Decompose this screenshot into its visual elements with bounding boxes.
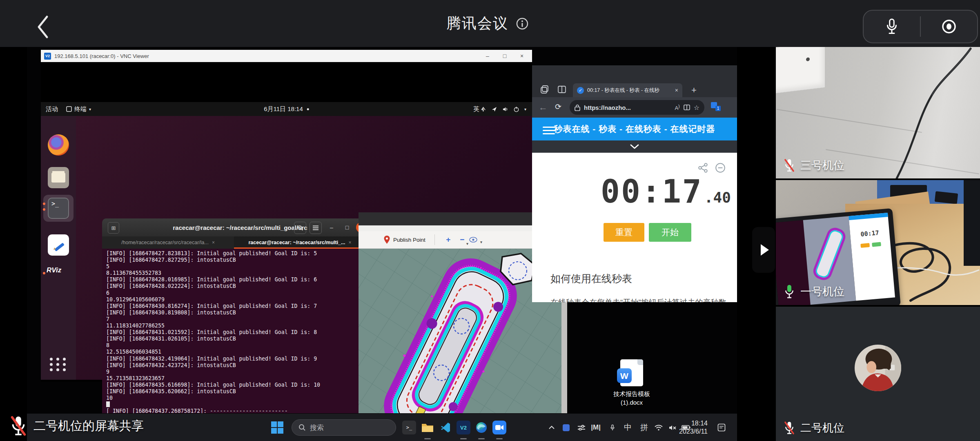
tray-settings-icon[interactable]	[578, 414, 585, 441]
screen-share-label: 二号机位的屏幕共享	[9, 415, 144, 437]
stopwatch-tools	[698, 163, 726, 173]
share-icon[interactable]	[698, 163, 708, 173]
tab-close-icon[interactable]: ×	[212, 240, 215, 245]
show-applications-icon[interactable]	[50, 358, 67, 371]
mini-stopwatch: 00:17	[849, 213, 895, 301]
terminal-search-button[interactable]	[294, 222, 306, 234]
terminal-titlebar[interactable]: racecar@racecar: ~/racecar/src/multi_goa…	[102, 218, 378, 236]
record-button[interactable]	[921, 11, 977, 42]
vnc-logo-icon: V2	[44, 53, 51, 60]
activities-button[interactable]: 活动	[46, 102, 58, 116]
participant-label: 三号机位	[783, 158, 844, 173]
back-button[interactable]: ←	[539, 102, 548, 113]
participant-name: 一号机位	[800, 284, 844, 299]
collapse-strip[interactable]	[532, 140, 737, 153]
workspaces-icon[interactable]	[540, 85, 549, 94]
reset-button[interactable]: 重置	[604, 223, 644, 242]
ime-mode-indicator[interactable]: 拼	[640, 414, 648, 441]
app-menu[interactable]: 终端▾	[66, 102, 91, 116]
ubuntu-clock[interactable]: 6月11日 18:14	[264, 102, 309, 116]
start-button[interactable]	[271, 421, 283, 434]
site-title: 秒表在线 - 秒表 - 在线秒表 - 在线记时器	[554, 123, 715, 135]
system-tray-ubuntu[interactable]: ▾	[480, 102, 526, 116]
stopwatch-time: 00:17	[601, 173, 703, 210]
files-icon[interactable]	[48, 167, 69, 188]
new-tab-button[interactable]: +	[691, 85, 697, 96]
new-tab-icon[interactable]: ⊞	[108, 222, 119, 234]
taskbar-search[interactable]: 搜索	[292, 419, 396, 436]
back-icon[interactable]	[35, 14, 52, 40]
taskbar-edge-icon[interactable]	[474, 421, 488, 434]
read-aloud-icon[interactable]: A)	[675, 104, 679, 111]
vnc-minimize-button[interactable]: –	[481, 53, 494, 59]
participant-label: 一号机位	[783, 284, 844, 299]
tray-expand-icon[interactable]	[548, 414, 555, 441]
terminal-menu-button[interactable]	[310, 222, 322, 234]
vscode-icon	[440, 422, 451, 433]
mic-button[interactable]	[864, 11, 920, 42]
taskbar-vscode-icon[interactable]	[439, 421, 452, 434]
running-indicator	[43, 208, 45, 211]
terminal-maximize-button[interactable]: □	[341, 222, 353, 233]
taskbar-meeting-icon[interactable]	[492, 421, 506, 434]
notification-dot	[307, 108, 309, 110]
reload-button[interactable]: ⟳	[555, 102, 561, 111]
tab-close-icon[interactable]: ×	[675, 87, 678, 94]
terminal-output[interactable]: [INFO] [1686478427.823813]: Initial goal…	[102, 249, 378, 441]
stopwatch-page: 00:17 .40 重置 开始 如何使用在线秒表 在线秒表会在您单击“开始”按钮…	[532, 153, 737, 302]
vnc-maximize-button[interactable]: □	[498, 53, 512, 59]
stopwatch-display: 00:17 .40	[601, 173, 731, 210]
terminal-tab-1[interactable]: /home/racecar/racecar/src/racecar/la...×	[102, 236, 234, 249]
taskbar-terminal-icon[interactable]: >_	[402, 421, 416, 434]
reading-mode-icon[interactable]	[684, 105, 690, 110]
browser-tab-active[interactable]: ✓ 00:17 - 秒表在线 - 秒表 - 在线秒 ×	[573, 83, 682, 97]
minimize-circle-icon[interactable]	[715, 163, 726, 173]
lock-icon	[575, 104, 580, 111]
publish-point-button[interactable]: Publish Point	[393, 237, 425, 243]
participant-name: 三号机位	[800, 158, 844, 173]
start-button[interactable]: 开始	[649, 223, 691, 242]
desktop-doc-icon[interactable]: W 技术报告模板 (1).docx	[609, 359, 654, 407]
sidebar-expand-button[interactable]	[752, 227, 775, 273]
pencil-icon	[52, 239, 65, 251]
zoom-in-button[interactable]: +	[441, 235, 455, 244]
meeting-title-wrap: 腾讯会议	[446, 0, 529, 47]
taskbar-explorer-icon[interactable]	[421, 421, 434, 434]
taskbar-vnc-icon[interactable]: V2	[457, 421, 470, 434]
terminal-icon[interactable]: >_	[48, 198, 69, 219]
participant-label: 二号机位	[783, 421, 844, 435]
zoom-out-button[interactable]: −▾	[455, 235, 469, 244]
url-text: https://naozho...	[584, 104, 671, 111]
menu-icon[interactable]	[543, 125, 555, 136]
rviz-dock-icon[interactable]: RViz	[47, 266, 61, 274]
text-editor-icon[interactable]	[48, 234, 69, 256]
firefox-icon[interactable]	[48, 134, 69, 156]
terminal-minimize-button[interactable]: –	[326, 222, 337, 233]
view-button[interactable]: ▾	[469, 237, 483, 243]
tab-close-icon[interactable]: ×	[349, 240, 352, 245]
meeting-window: 腾讯会议	[0, 0, 980, 441]
collections-badge: 1	[715, 106, 721, 111]
video-tile-cam1[interactable]: 00:17 一号机位	[776, 180, 980, 305]
split-tab-icon[interactable]	[557, 85, 566, 94]
action-center-icon[interactable]	[717, 414, 726, 441]
info-icon[interactable]	[516, 17, 529, 30]
video-tile-cam3[interactable]: 三号机位	[776, 47, 980, 178]
address-bar[interactable]: https://naozho... A) ☆	[570, 100, 704, 115]
video-tile-cam2[interactable]: 二号机位	[776, 307, 980, 441]
collections-icon[interactable]: 1	[711, 102, 721, 111]
wifi-icon[interactable]	[655, 414, 663, 441]
folder-icon	[421, 422, 434, 433]
tray-m-icon[interactable]: |M|	[591, 414, 601, 441]
tray-mic-icon[interactable]	[610, 414, 615, 441]
search-placeholder: 搜索	[310, 423, 324, 432]
taskbar-clock[interactable]: 18:142023/6/11	[663, 414, 708, 441]
ime-lang-indicator[interactable]: 中	[624, 414, 632, 441]
terminal-tab-2-active[interactable]: racecar@racecar: ~/racecar/src/multi_...…	[234, 236, 366, 249]
favorite-star-icon[interactable]: ☆	[694, 104, 699, 111]
running-indicator	[460, 438, 467, 439]
vnc-titlebar[interactable]: V2 192.168.5.101 (racecar:0) - VNC Viewe…	[41, 50, 532, 62]
vnc-close-button[interactable]: ×	[515, 53, 529, 59]
tray-app-icon[interactable]	[563, 414, 570, 441]
mic-icon	[884, 18, 899, 36]
